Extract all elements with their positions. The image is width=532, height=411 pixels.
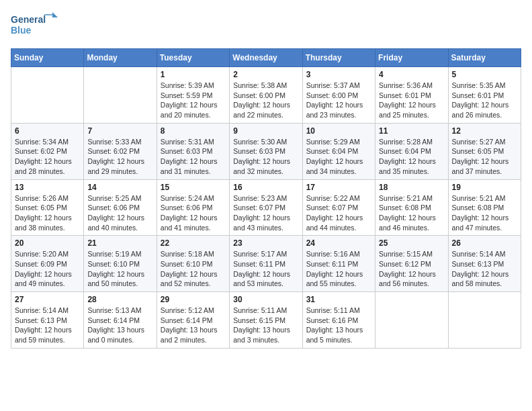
day-number: 3 (306, 70, 371, 79)
calendar-week-row: 6Sunrise: 5:34 AM Sunset: 6:02 PM Daylig… (11, 123, 521, 179)
calendar-table: SundayMondayTuesdayWednesdayThursdayFrid… (11, 48, 521, 349)
day-number: 8 (161, 126, 226, 136)
logo: General Blue (11, 11, 58, 40)
day-number: 1 (161, 70, 226, 79)
calendar-header-monday: Monday (84, 49, 157, 67)
day-number: 17 (306, 183, 371, 192)
day-number: 20 (15, 238, 80, 248)
day-info: Sunrise: 5:20 AM Sunset: 6:09 PM Dayligh… (15, 249, 80, 289)
logo-svg: General Blue (11, 11, 58, 40)
day-info: Sunrise: 5:14 AM Sunset: 6:13 PM Dayligh… (452, 249, 517, 289)
svg-text:Blue: Blue (11, 25, 32, 36)
day-info: Sunrise: 5:13 AM Sunset: 6:14 PM Dayligh… (87, 306, 152, 345)
day-number: 9 (233, 126, 298, 136)
calendar-cell: 14Sunrise: 5:25 AM Sunset: 6:06 PM Dayli… (84, 179, 157, 236)
calendar-cell: 25Sunrise: 5:15 AM Sunset: 6:12 PM Dayli… (375, 236, 448, 292)
day-info: Sunrise: 5:38 AM Sunset: 6:00 PM Dayligh… (233, 81, 298, 120)
calendar-cell: 9Sunrise: 5:30 AM Sunset: 6:03 PM Daylig… (230, 123, 302, 179)
day-info: Sunrise: 5:39 AM Sunset: 5:59 PM Dayligh… (161, 81, 226, 120)
calendar-cell: 5Sunrise: 5:35 AM Sunset: 6:01 PM Daylig… (448, 67, 521, 124)
day-number: 30 (233, 295, 298, 304)
calendar-week-row: 13Sunrise: 5:26 AM Sunset: 6:05 PM Dayli… (11, 179, 521, 236)
day-info: Sunrise: 5:14 AM Sunset: 6:13 PM Dayligh… (15, 306, 80, 345)
day-info: Sunrise: 5:19 AM Sunset: 6:10 PM Dayligh… (87, 249, 152, 289)
svg-text:General: General (11, 14, 46, 25)
calendar-week-row: 27Sunrise: 5:14 AM Sunset: 6:13 PM Dayli… (11, 292, 521, 349)
calendar-cell: 20Sunrise: 5:20 AM Sunset: 6:09 PM Dayli… (11, 236, 84, 292)
day-number: 18 (379, 183, 444, 192)
day-info: Sunrise: 5:28 AM Sunset: 6:04 PM Dayligh… (379, 137, 444, 177)
calendar-cell: 27Sunrise: 5:14 AM Sunset: 6:13 PM Dayli… (11, 292, 84, 349)
calendar-cell: 26Sunrise: 5:14 AM Sunset: 6:13 PM Dayli… (448, 236, 521, 292)
calendar-cell: 22Sunrise: 5:18 AM Sunset: 6:10 PM Dayli… (157, 236, 229, 292)
day-info: Sunrise: 5:27 AM Sunset: 6:05 PM Dayligh… (452, 137, 517, 177)
day-number: 15 (161, 183, 226, 192)
calendar-cell: 30Sunrise: 5:11 AM Sunset: 6:15 PM Dayli… (230, 292, 302, 349)
day-info: Sunrise: 5:33 AM Sunset: 6:02 PM Dayligh… (87, 137, 152, 177)
day-number: 19 (452, 183, 517, 192)
day-info: Sunrise: 5:12 AM Sunset: 6:14 PM Dayligh… (161, 306, 226, 345)
calendar-cell: 7Sunrise: 5:33 AM Sunset: 6:02 PM Daylig… (84, 123, 157, 179)
day-info: Sunrise: 5:11 AM Sunset: 6:16 PM Dayligh… (306, 306, 371, 345)
calendar-header-saturday: Saturday (448, 49, 521, 67)
day-number: 24 (306, 238, 371, 248)
day-number: 21 (87, 238, 152, 248)
calendar-cell (448, 292, 521, 349)
day-number: 22 (161, 238, 226, 248)
day-number: 28 (87, 295, 152, 304)
day-number: 5 (452, 70, 517, 79)
day-info: Sunrise: 5:15 AM Sunset: 6:12 PM Dayligh… (379, 249, 444, 289)
page-header: General Blue (11, 11, 521, 40)
day-info: Sunrise: 5:31 AM Sunset: 6:03 PM Dayligh… (161, 137, 226, 177)
day-number: 25 (379, 238, 444, 248)
calendar-week-row: 1Sunrise: 5:39 AM Sunset: 5:59 PM Daylig… (11, 67, 521, 124)
day-number: 7 (87, 126, 152, 136)
day-number: 2 (233, 70, 298, 79)
svg-marker-2 (52, 12, 58, 17)
day-number: 29 (161, 295, 226, 304)
calendar-cell: 6Sunrise: 5:34 AM Sunset: 6:02 PM Daylig… (11, 123, 84, 179)
day-info: Sunrise: 5:18 AM Sunset: 6:10 PM Dayligh… (161, 249, 226, 289)
calendar-cell: 17Sunrise: 5:22 AM Sunset: 6:07 PM Dayli… (302, 179, 375, 236)
day-number: 6 (15, 126, 80, 136)
day-info: Sunrise: 5:34 AM Sunset: 6:02 PM Dayligh… (15, 137, 80, 177)
day-info: Sunrise: 5:17 AM Sunset: 6:11 PM Dayligh… (233, 249, 298, 289)
calendar-cell: 13Sunrise: 5:26 AM Sunset: 6:05 PM Dayli… (11, 179, 84, 236)
day-number: 13 (15, 183, 80, 192)
day-info: Sunrise: 5:37 AM Sunset: 6:00 PM Dayligh… (306, 81, 371, 120)
calendar-cell: 16Sunrise: 5:23 AM Sunset: 6:07 PM Dayli… (230, 179, 302, 236)
calendar-header-row: SundayMondayTuesdayWednesdayThursdayFrid… (11, 49, 521, 67)
day-info: Sunrise: 5:29 AM Sunset: 6:04 PM Dayligh… (306, 137, 371, 177)
calendar-cell: 23Sunrise: 5:17 AM Sunset: 6:11 PM Dayli… (230, 236, 302, 292)
day-number: 12 (452, 126, 517, 136)
day-info: Sunrise: 5:36 AM Sunset: 6:01 PM Dayligh… (379, 81, 444, 120)
calendar-cell: 4Sunrise: 5:36 AM Sunset: 6:01 PM Daylig… (375, 67, 448, 124)
calendar-cell: 1Sunrise: 5:39 AM Sunset: 5:59 PM Daylig… (157, 67, 229, 124)
day-info: Sunrise: 5:11 AM Sunset: 6:15 PM Dayligh… (233, 306, 298, 345)
calendar-cell: 10Sunrise: 5:29 AM Sunset: 6:04 PM Dayli… (302, 123, 375, 179)
day-info: Sunrise: 5:26 AM Sunset: 6:05 PM Dayligh… (15, 193, 80, 233)
day-info: Sunrise: 5:30 AM Sunset: 6:03 PM Dayligh… (233, 137, 298, 177)
day-info: Sunrise: 5:25 AM Sunset: 6:06 PM Dayligh… (87, 193, 152, 233)
day-number: 23 (233, 238, 298, 248)
day-number: 26 (452, 238, 517, 248)
day-info: Sunrise: 5:16 AM Sunset: 6:11 PM Dayligh… (306, 249, 371, 289)
calendar-header-friday: Friday (375, 49, 448, 67)
calendar-cell: 29Sunrise: 5:12 AM Sunset: 6:14 PM Dayli… (157, 292, 229, 349)
calendar-cell: 11Sunrise: 5:28 AM Sunset: 6:04 PM Dayli… (375, 123, 448, 179)
calendar-cell: 31Sunrise: 5:11 AM Sunset: 6:16 PM Dayli… (302, 292, 375, 349)
calendar-week-row: 20Sunrise: 5:20 AM Sunset: 6:09 PM Dayli… (11, 236, 521, 292)
calendar-cell: 18Sunrise: 5:21 AM Sunset: 6:08 PM Dayli… (375, 179, 448, 236)
calendar-cell: 2Sunrise: 5:38 AM Sunset: 6:00 PM Daylig… (230, 67, 302, 124)
calendar-cell: 19Sunrise: 5:21 AM Sunset: 6:08 PM Dayli… (448, 179, 521, 236)
calendar-cell (84, 67, 157, 124)
calendar-cell: 28Sunrise: 5:13 AM Sunset: 6:14 PM Dayli… (84, 292, 157, 349)
calendar-header-thursday: Thursday (302, 49, 375, 67)
calendar-header-tuesday: Tuesday (157, 49, 229, 67)
calendar-cell (375, 292, 448, 349)
day-info: Sunrise: 5:21 AM Sunset: 6:08 PM Dayligh… (379, 193, 444, 233)
day-number: 10 (306, 126, 371, 136)
calendar-header-wednesday: Wednesday (230, 49, 302, 67)
day-number: 31 (306, 295, 371, 304)
calendar-cell: 12Sunrise: 5:27 AM Sunset: 6:05 PM Dayli… (448, 123, 521, 179)
